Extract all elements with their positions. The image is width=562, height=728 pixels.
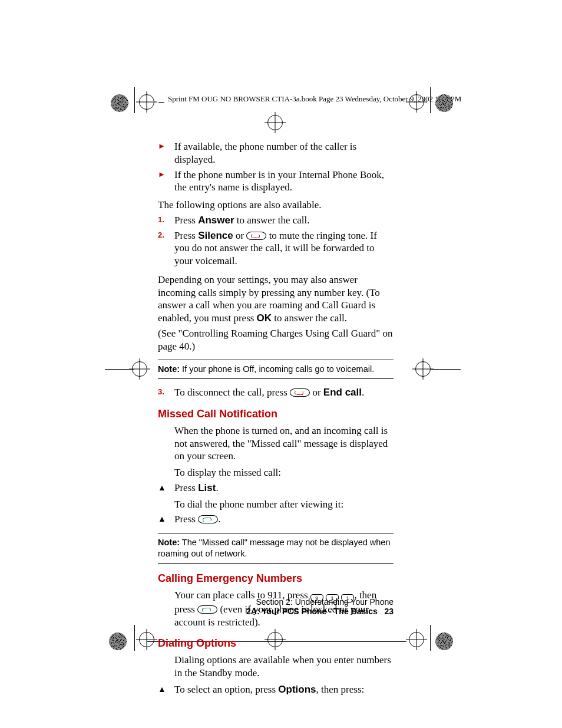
step-text: To disconnect the call, press or End cal… — [174, 387, 364, 398]
registration-mark-icon — [409, 94, 424, 110]
heading-missed-call: Missed Call Notification — [158, 407, 394, 421]
triangle-bullet-icon: ▲ — [158, 514, 171, 525]
page-number: 23 — [384, 607, 394, 616]
numbered-step: 3. To disconnect the call, press or End … — [158, 386, 394, 399]
heading-dialing-options: Dialing Options — [158, 637, 394, 650]
crop-line — [134, 625, 135, 651]
registration-mark-icon — [267, 115, 283, 130]
crop-line — [431, 369, 461, 370]
paragraph: (See "Controlling Roaming Charges Using … — [158, 327, 394, 353]
bullet-text: If the phone number is in your Internal … — [174, 169, 384, 193]
numbered-step: 1. Press Answer to answer the call. — [158, 214, 394, 227]
printers-mark-icon — [111, 94, 128, 112]
action-item: ▲ Press . — [158, 513, 394, 526]
triangle-bullet-icon: ▲ — [158, 684, 171, 695]
step-number: 3. — [158, 387, 171, 397]
registration-mark-icon — [409, 632, 424, 647]
bullet-text: If available, the phone number of the ca… — [174, 141, 356, 165]
page-footer: Section 2: Understanding Your Phone 2A: … — [158, 597, 394, 616]
registration-mark-icon — [139, 94, 154, 110]
note-label: Note: — [158, 538, 180, 547]
footer-section: Section 2: Understanding Your Phone — [158, 597, 394, 607]
paragraph: When the phone is turned on, and an inco… — [158, 424, 394, 463]
softkey-label: End call — [323, 387, 362, 398]
crop-line — [134, 87, 135, 113]
step-number: 1. — [158, 215, 171, 225]
end-key-icon — [290, 388, 310, 397]
printers-mark-icon — [435, 94, 453, 112]
bullet-arrow-icon: ► — [158, 141, 171, 151]
step-number: 2. — [158, 230, 171, 241]
softkey-label: Silence — [198, 230, 233, 241]
talk-key-icon — [198, 515, 218, 523]
paragraph: To display the missed call: — [158, 466, 394, 479]
bullet-arrow-icon: ► — [158, 170, 171, 180]
softkey-label: Answer — [198, 215, 234, 226]
paragraph: The following options are also available… — [158, 199, 394, 212]
registration-mark-icon — [139, 632, 154, 647]
printers-mark-icon — [435, 633, 453, 650]
note-box: Note: The "Missed call" message may not … — [158, 533, 394, 564]
note-text: The "Missed call" message may not be dis… — [158, 538, 390, 558]
step-text: Press Answer to answer the call. — [174, 215, 310, 226]
action-item: ▲ Press List. — [158, 482, 394, 495]
paragraph: Depending on your settings, you may also… — [158, 274, 394, 325]
action-text: To select an option, press Options, then… — [174, 684, 364, 695]
bullet-item: ► If the phone number is in your Interna… — [158, 169, 394, 195]
action-text: Press . — [174, 513, 220, 525]
softkey-label: List — [198, 482, 216, 493]
printers-mark-icon — [109, 633, 127, 650]
action-text: Press List. — [174, 482, 219, 493]
paragraph: To dial the phone number after viewing i… — [158, 498, 394, 511]
triangle-bullet-icon: ▲ — [158, 483, 171, 493]
note-box: Note: If your phone is Off, incoming cal… — [158, 360, 394, 379]
crop-line — [430, 87, 431, 113]
footer-subsection: 2A: Your PCS Phone - The Basics 23 — [158, 607, 394, 616]
action-item: ▲ To select an option, press Options, th… — [158, 683, 394, 696]
paragraph: Dialing options are available when you e… — [158, 654, 394, 680]
numbered-step: 2. Press Silence or to mute the ringing … — [158, 229, 394, 268]
step-text: Press Silence or to mute the ringing ton… — [174, 230, 377, 267]
note-label: Note: — [158, 364, 180, 374]
registration-mark-icon — [415, 361, 431, 377]
softkey-label: OK — [257, 312, 272, 324]
softkey-label: Options — [278, 684, 316, 695]
bullet-item: ► If available, the phone number of the … — [158, 140, 394, 166]
heading-emergency: Calling Emergency Numbers — [158, 572, 394, 585]
crop-line — [430, 625, 431, 651]
registration-mark-icon — [132, 361, 147, 377]
end-key-icon — [246, 232, 266, 240]
note-text: If your phone is Off, incoming calls go … — [180, 364, 374, 374]
